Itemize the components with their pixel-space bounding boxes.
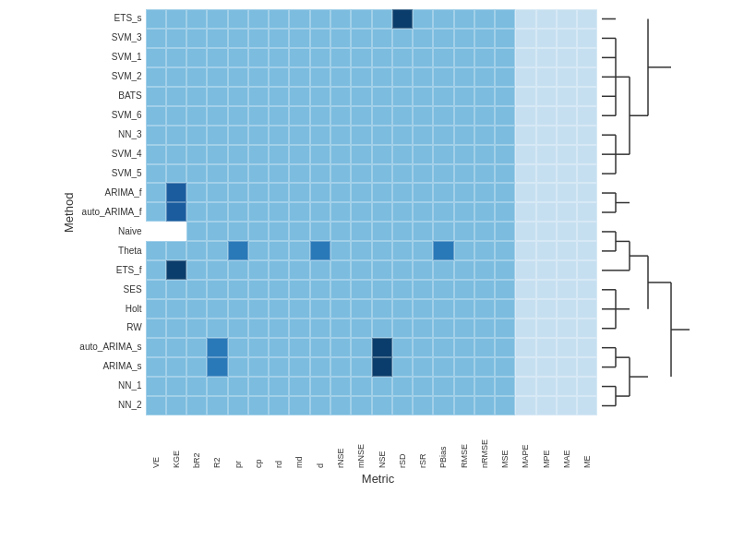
heatmap-cell: [248, 260, 269, 280]
heatmap-cell: [515, 260, 535, 280]
heatmap-cell: [536, 87, 557, 106]
heatmap-cell: [289, 222, 309, 241]
heatmap-cell: [536, 377, 557, 396]
heatmap-cell: [248, 319, 269, 338]
heatmap-cell: [557, 106, 577, 126]
heatmap-cell: [289, 9, 309, 29]
heatmap-cell: [454, 396, 474, 415]
heatmap-cell: [351, 106, 371, 126]
heatmap-cell: [269, 357, 289, 377]
heatmap-cell: [228, 338, 248, 357]
y-label: SVM_5: [79, 164, 141, 183]
heatmap-cell: [248, 48, 269, 67]
heatmap-cell: [228, 48, 248, 67]
heatmap-cell: [166, 319, 186, 338]
heatmap-cell: [351, 9, 371, 29]
heatmap-cell: [495, 260, 515, 280]
heatmap-cell: [269, 260, 289, 280]
heatmap-cell: [186, 202, 207, 222]
heatmap-cell: [536, 145, 557, 164]
heatmap-cell: [310, 241, 330, 260]
heatmap-cell: [392, 319, 413, 338]
heatmap-cell: [536, 106, 557, 126]
heatmap-cell: [413, 9, 433, 29]
heatmap-cell: [372, 202, 392, 222]
heatmap-cell: [351, 319, 371, 338]
y-label: NN_2: [79, 396, 141, 415]
heatmap-cell: [228, 9, 248, 29]
heatmap-cell: [392, 396, 413, 415]
heatmap-cell: [413, 357, 433, 377]
heatmap-cell: [474, 202, 495, 222]
heatmap-cell: [454, 67, 474, 87]
heatmap-cell: [557, 202, 577, 222]
heatmap-cell: [536, 126, 557, 145]
heatmap-cell: [330, 87, 351, 106]
heatmap-cell: [146, 241, 166, 260]
heatmap-cell: [557, 241, 577, 260]
heatmap-cell: [269, 222, 289, 241]
heatmap-cell: [269, 9, 289, 29]
heatmap-cell: [372, 183, 392, 202]
heatmap-cell: [269, 126, 289, 145]
heatmap-cell: [351, 377, 371, 396]
heatmap-cell: [330, 377, 351, 396]
heatmap-cell: [392, 126, 413, 145]
heatmap-cell: [248, 164, 269, 184]
heatmap-cell: [248, 106, 269, 126]
heatmap-cell: [248, 145, 269, 164]
heatmap-cell: [166, 164, 186, 184]
x-axis-label: Metric: [362, 472, 394, 486]
heatmap-cell: [577, 183, 597, 202]
heatmap-cell: [146, 29, 166, 48]
heatmap-cell: [207, 241, 227, 260]
heatmap-cell: [310, 183, 330, 202]
heatmap-cell: [186, 29, 207, 48]
heatmap-cell: [166, 48, 186, 67]
heatmap-cell: [207, 29, 227, 48]
heatmap-cell: [289, 106, 309, 126]
heatmap-cell: [351, 67, 371, 87]
heatmap-cell: [146, 145, 166, 164]
heatmap-cell: [474, 280, 495, 299]
main-area: Method ETS_sSVM_3SVM_1SVM_2BATSSVM_6NN_3…: [62, 9, 693, 468]
heatmap-cell: [166, 106, 186, 126]
heatmap-cell: [454, 48, 474, 67]
heatmap-grid: [146, 9, 598, 415]
heatmap-cell: [557, 183, 577, 202]
heatmap-cell: [146, 183, 166, 202]
x-label: d: [310, 417, 330, 468]
heatmap-cell: [454, 29, 474, 48]
heatmap-cell: [330, 126, 351, 145]
heatmap-cell: [289, 48, 309, 67]
heatmap-cell: [166, 202, 186, 222]
heatmap-cell: [577, 260, 597, 280]
x-label: cp: [248, 417, 269, 468]
heatmap-cell: [228, 67, 248, 87]
heatmap-cell: [330, 299, 351, 319]
heatmap-cell: [474, 87, 495, 106]
heatmap-cell: [454, 145, 474, 164]
heatmap-cell: [166, 377, 186, 396]
heatmap-cell: [474, 377, 495, 396]
heatmap-cell: [146, 87, 166, 106]
heatmap-cell: [186, 396, 207, 415]
heatmap-cell: [228, 145, 248, 164]
heatmap-cell: [269, 202, 289, 222]
heatmap-cell: [310, 48, 330, 67]
heatmap-cell: [146, 9, 166, 29]
heatmap-cell: [269, 48, 289, 67]
heatmap-cell: [495, 48, 515, 67]
heatmap-cell: [392, 260, 413, 280]
heatmap-cell: [330, 106, 351, 126]
x-label: nRMSE: [474, 417, 495, 468]
heatmap-cell: [413, 126, 433, 145]
heatmap-cell: [495, 145, 515, 164]
heatmap-cell: [166, 183, 186, 202]
heatmap-cell: [289, 319, 309, 338]
heatmap-cell: [495, 126, 515, 145]
heatmap-cell: [577, 164, 597, 184]
heatmap-cell: [248, 222, 269, 241]
heatmap-cell: [413, 164, 433, 184]
heatmap-cell: [413, 202, 433, 222]
